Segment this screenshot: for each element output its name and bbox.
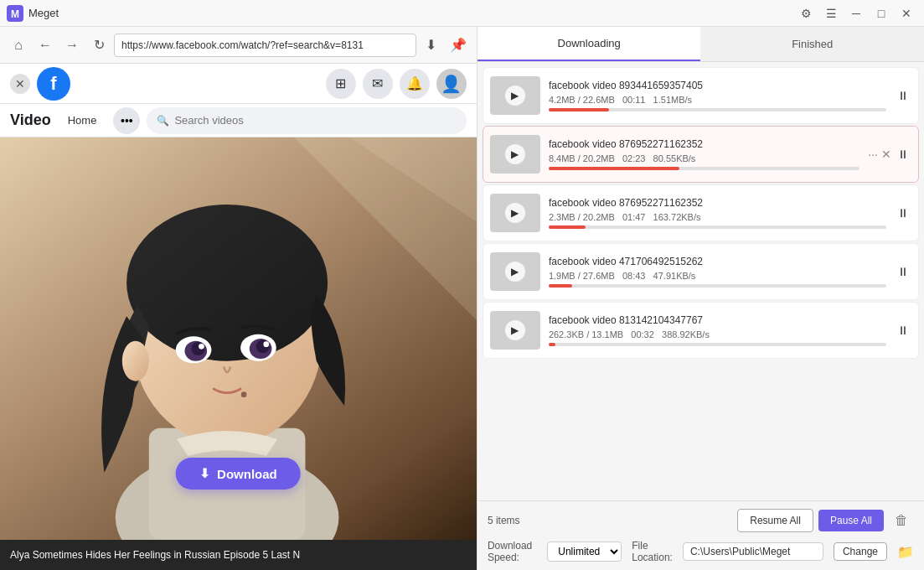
video-title: Alya Sometimes Hides Her Feelings in Rus… xyxy=(10,549,300,561)
fb-avatar[interactable]: 👤 xyxy=(436,69,467,99)
item-thumbnail: ▶ xyxy=(490,194,540,232)
progress-fill xyxy=(549,225,586,229)
fb-more-button[interactable]: ••• xyxy=(113,107,140,134)
address-bar: ⌂ ← → ↻ ⬇ 📌 xyxy=(0,27,477,64)
item-controls: ⏸ xyxy=(895,263,911,280)
progress-fill xyxy=(549,343,555,346)
item-pause-button[interactable]: ⏸ xyxy=(895,322,911,339)
video-title-bar: Alya Sometimes Hides Her Feelings in Rus… xyxy=(0,540,477,570)
footer-buttons: Resume All Pause All 🗑 xyxy=(737,508,914,533)
window-controls: ⚙ ☰ ─ □ ✕ xyxy=(795,4,917,23)
footer-row1: 5 items Resume All Pause All 🗑 xyxy=(488,508,914,533)
file-path-input[interactable] xyxy=(683,542,823,561)
item-pause-button[interactable]: ⏸ xyxy=(895,205,911,221)
svg-point-19 xyxy=(241,391,247,397)
item-pause-button[interactable]: ⏸ xyxy=(895,146,911,163)
minimize-button[interactable]: ─ xyxy=(845,4,867,23)
item-pause-button[interactable]: ⏸ xyxy=(895,87,911,104)
download-button[interactable]: ⬇ Download xyxy=(176,458,301,490)
tab-downloading[interactable]: Downloading xyxy=(477,27,701,61)
home-button[interactable]: ⌂ xyxy=(7,34,30,57)
item-thumbnail: ▶ xyxy=(490,76,540,115)
fb-notifications-button[interactable]: 🔔 xyxy=(400,69,430,99)
item-thumbnail: ▶ xyxy=(490,252,540,291)
item-pause-button[interactable]: ⏸ xyxy=(895,263,911,280)
svg-text:M: M xyxy=(11,8,19,20)
item-info: facebook video 893441659357405 4.2MB / 2… xyxy=(549,80,886,111)
svg-point-18 xyxy=(122,341,149,381)
progress-bar xyxy=(549,108,886,111)
download-item: ▶ facebook video 893441659357405 4.2MB /… xyxy=(483,67,919,124)
facebook-videonav: Video Home ••• 🔍 xyxy=(0,104,477,137)
item-meta: 262.3KB / 13.1MB 00:32 388.92KB/s xyxy=(549,329,886,339)
change-button[interactable]: Change xyxy=(834,542,887,561)
svg-point-17 xyxy=(263,341,269,347)
address-input[interactable] xyxy=(114,34,416,57)
facebook-topbar: ✕ f ⊞ ✉ 🔔 👤 xyxy=(0,64,477,104)
item-controls: ⏸ xyxy=(895,322,911,339)
fb-apps-button[interactable]: ⊞ xyxy=(326,69,356,99)
fb-close-button[interactable]: ✕ xyxy=(10,74,30,94)
browser-panel: ⌂ ← → ↻ ⬇ 📌 ✕ f ⊞ ✉ 🔔 👤 Video Home ••• xyxy=(0,27,477,570)
forward-button[interactable]: → xyxy=(60,34,84,57)
progress-bar xyxy=(549,225,886,229)
item-close-button[interactable]: ✕ xyxy=(881,148,891,161)
item-info: facebook video 876952271162352 8.4MB / 2… xyxy=(549,138,859,170)
menu-button[interactable]: ☰ xyxy=(820,4,842,23)
main-area: ⌂ ← → ↻ ⬇ 📌 ✕ f ⊞ ✉ 🔔 👤 Video Home ••• xyxy=(0,27,924,570)
items-count: 5 items xyxy=(488,515,520,526)
play-icon: ▶ xyxy=(505,320,525,340)
item-controls: ··· ✕ ⏸ xyxy=(868,146,911,163)
download-item: ▶ facebook video 876952271162352 2.3MB /… xyxy=(483,184,919,241)
fb-messenger-button[interactable]: ✉ xyxy=(363,69,393,99)
item-controls: ⏸ xyxy=(895,87,911,104)
play-icon: ▶ xyxy=(505,86,525,106)
tab-bar: Downloading Finished xyxy=(477,27,924,62)
play-icon: ▶ xyxy=(505,203,525,223)
right-panel: Downloading Finished ▶ facebook video 89… xyxy=(477,27,924,570)
video-area: ⬇ Download xyxy=(0,137,477,540)
svg-point-13 xyxy=(199,344,204,350)
svg-point-9 xyxy=(126,205,328,361)
fb-home-link[interactable]: Home xyxy=(58,109,107,132)
settings-button[interactable]: ⚙ xyxy=(795,4,817,23)
item-controls: ⏸ xyxy=(895,205,911,221)
pause-all-button[interactable]: Pause All xyxy=(818,510,884,531)
item-meta: 8.4MB / 20.2MB 02:23 80.55KB/s xyxy=(549,153,859,163)
maximize-button[interactable]: □ xyxy=(870,4,892,23)
folder-button[interactable]: 📁 xyxy=(897,541,914,562)
pin-button[interactable]: 📌 xyxy=(447,34,470,57)
speed-select[interactable]: Unlimited xyxy=(547,542,622,562)
item-meta: 2.3MB / 20.2MB 01:47 163.72KB/s xyxy=(549,212,886,222)
item-info: facebook video 471706492515262 1.9MB / 2… xyxy=(549,256,886,288)
item-meta: 4.2MB / 22.6MB 00:11 1.51MB/s xyxy=(549,95,886,105)
play-icon: ▶ xyxy=(505,262,525,282)
item-info: facebook video 876952271162352 2.3MB / 2… xyxy=(549,197,886,229)
footer: 5 items Resume All Pause All 🗑 Download … xyxy=(477,500,924,570)
refresh-button[interactable]: ↻ xyxy=(87,34,111,57)
item-more-button[interactable]: ··· xyxy=(868,148,878,161)
download-arrow-button[interactable]: ⬇ xyxy=(420,34,443,57)
download-list: ▶ facebook video 893441659357405 4.2MB /… xyxy=(477,62,924,500)
resume-all-button[interactable]: Resume All xyxy=(737,509,813,532)
progress-fill xyxy=(549,284,572,288)
item-title: facebook video 876952271162352 xyxy=(549,138,859,150)
facebook-logo: f xyxy=(37,67,70,101)
fb-search-input[interactable] xyxy=(174,114,457,127)
tab-finished[interactable]: Finished xyxy=(700,27,924,61)
progress-bar xyxy=(549,167,859,170)
progress-fill xyxy=(549,167,679,170)
app-title: Meget xyxy=(28,7,795,19)
download-item: ▶ facebook video 876952271162352 8.4MB /… xyxy=(483,126,919,183)
progress-bar xyxy=(549,284,886,288)
fb-search-box[interactable]: 🔍 xyxy=(147,107,467,134)
trash-button[interactable]: 🗑 xyxy=(889,508,914,533)
file-location-label: File Location: xyxy=(632,540,673,563)
back-button[interactable]: ← xyxy=(34,34,57,57)
item-title: facebook video 893441659357405 xyxy=(549,80,886,91)
close-button[interactable]: ✕ xyxy=(896,4,917,23)
download-icon: ⬇ xyxy=(199,466,210,481)
item-title: facebook video 471706492515262 xyxy=(549,256,886,267)
item-thumbnail: ▶ xyxy=(490,311,540,350)
footer-row2: Download Speed: Unlimited File Location:… xyxy=(488,540,914,563)
